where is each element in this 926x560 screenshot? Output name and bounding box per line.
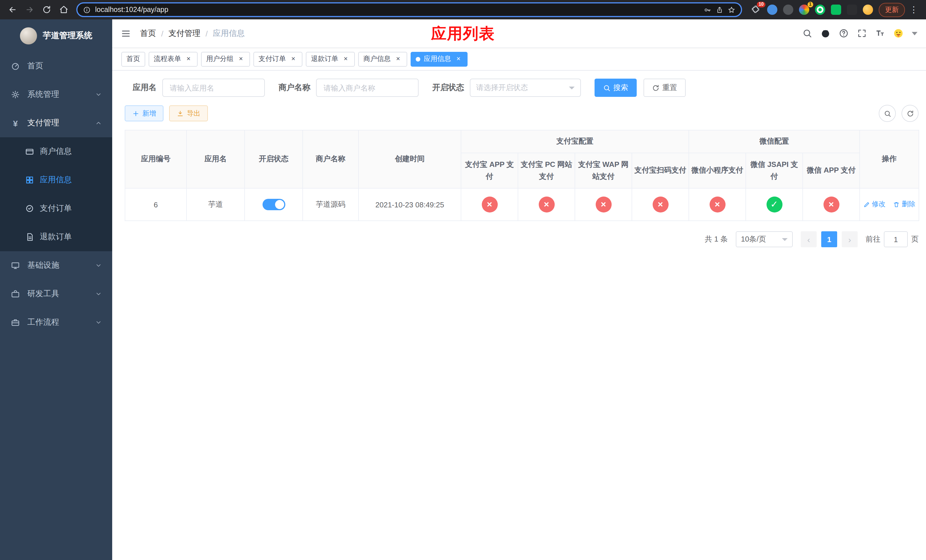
main-area: 首页 / 支付管理 / 应用信息 应用列表 [112, 20, 926, 560]
col-alipay-wap: 支付宝 WAP 网站支付 [575, 153, 632, 188]
refresh-table-button[interactable] [902, 105, 918, 122]
tab-refund-orders[interactable]: 退款订单 × [306, 51, 355, 67]
chrome-menu-icon[interactable]: ⋮ [906, 5, 921, 15]
sidebar-item-payment[interactable]: ¥ 支付管理 [0, 109, 112, 137]
browser-home-button[interactable] [56, 2, 72, 18]
chevron-down-icon [95, 291, 102, 297]
select-caret-icon [569, 86, 575, 89]
tab-merchant-info[interactable]: 商户信息 × [358, 51, 407, 67]
ext-green-circle-icon[interactable] [815, 5, 825, 15]
screen: localhost:1024/pay/app 10 1 [0, 0, 926, 560]
col-wx-app: 微信 APP 支付 [803, 153, 859, 188]
reset-button[interactable]: 重置 [643, 79, 686, 97]
avatar-caret-icon[interactable] [912, 32, 917, 35]
chrome-update-button[interactable]: 更新 [879, 3, 905, 17]
close-icon[interactable]: × [394, 55, 402, 63]
help-icon[interactable] [839, 29, 849, 38]
sidebar-item-merchant-info[interactable]: 商户信息 [0, 137, 112, 166]
close-icon[interactable]: × [454, 55, 462, 63]
tab-home[interactable]: 首页 [121, 51, 145, 67]
close-icon[interactable]: × [289, 55, 297, 63]
browser-toolbar: localhost:1024/pay/app 10 1 [0, 0, 926, 20]
github-icon[interactable] [821, 29, 830, 38]
ext-dark-sphere-icon[interactable] [783, 5, 793, 15]
app-title: 芋道管理系统 [43, 30, 92, 41]
sidebar-item-system[interactable]: 系统管理 [0, 80, 112, 109]
col-app-id: 应用编号 [125, 130, 186, 188]
sidebar-item-home[interactable]: 首页 [0, 52, 112, 80]
goto-page: 前往 页 [865, 231, 918, 247]
ext-pin-icon[interactable] [847, 5, 857, 15]
app-name-input[interactable] [162, 79, 265, 97]
wx-jsapi-status-icon: ✓ [766, 197, 782, 212]
tab-pay-orders[interactable]: 支付订单 × [253, 51, 303, 67]
address-bar[interactable]: localhost:1024/pay/app [76, 2, 742, 17]
cell-created: 2021-10-23 08:49:25 [359, 188, 461, 221]
delete-link[interactable]: 删除 [893, 200, 915, 209]
breadcrumb-home[interactable]: 首页 [140, 28, 156, 38]
site-info-icon[interactable] [83, 6, 91, 14]
merchant-name-input[interactable] [316, 79, 419, 97]
alipay-wap-status-icon: × [595, 197, 611, 212]
edit-link[interactable]: 修改 [863, 200, 885, 209]
top-navbar: 首页 / 支付管理 / 应用信息 应用列表 [112, 20, 926, 48]
ext-blue-icon[interactable] [767, 5, 777, 15]
url-text[interactable]: localhost:1024/pay/app [95, 6, 699, 14]
page-size-select[interactable]: 10条/页 [736, 231, 793, 247]
search-icon[interactable] [802, 29, 812, 38]
dashboard-icon [10, 62, 21, 71]
bookmark-star-icon[interactable] [728, 6, 735, 14]
wx-mini-status-icon: × [709, 197, 725, 212]
cell-merchant: 芋道源码 [303, 188, 359, 221]
tab-process-form[interactable]: 流程表单 × [149, 51, 198, 67]
tab-user-group[interactable]: 用户分组 × [201, 51, 250, 67]
avatar[interactable] [894, 29, 903, 38]
add-button[interactable]: 新增 [125, 105, 163, 121]
sidebar-item-workflow[interactable]: 工作流程 [0, 308, 112, 337]
chevron-up-icon [95, 120, 102, 127]
share-icon[interactable] [716, 6, 723, 14]
cell-actions: 修改 删除 [859, 188, 919, 221]
apps-table: 应用编号 应用名 开启状态 商户名称 创建时间 支付宝配置 微信配置 操作 支付… [125, 130, 919, 221]
app-name-label: 应用名 [133, 83, 157, 93]
status-select[interactable]: 请选择开启状态 [470, 79, 581, 97]
next-page-button[interactable]: › [842, 231, 858, 247]
close-icon[interactable]: × [342, 55, 350, 63]
browser-forward-button[interactable] [22, 2, 38, 18]
close-icon[interactable]: × [237, 55, 245, 63]
hamburger-icon[interactable] [121, 28, 131, 38]
alipay-app-status-icon: × [481, 197, 498, 212]
filter-form: 应用名 商户名称 开启状态 请选择开启状态 搜索 [125, 79, 918, 97]
font-size-icon[interactable] [875, 29, 885, 38]
sidebar-item-app-info[interactable]: 应用信息 [0, 166, 112, 194]
export-button[interactable]: 导出 [169, 105, 208, 121]
logo-image [20, 27, 37, 44]
prev-page-button[interactable]: ‹ [801, 231, 817, 247]
sidebar-item-dev-tools[interactable]: 研发工具 [0, 280, 112, 308]
password-key-icon[interactable] [704, 6, 711, 14]
select-caret-icon [782, 238, 788, 241]
ext-monkey-icon[interactable] [863, 5, 873, 15]
search-button[interactable]: 搜索 [595, 79, 637, 97]
ext-color-wheel-icon[interactable]: 1 [799, 5, 809, 15]
col-created: 创建时间 [359, 130, 461, 188]
col-actions: 操作 [859, 130, 919, 188]
extensions-puzzle-icon[interactable]: 10 [751, 5, 761, 15]
navbar-actions [802, 29, 917, 38]
browser-back-button[interactable] [5, 2, 21, 18]
pager: ‹ 1 › [801, 231, 858, 247]
browser-refresh-button[interactable] [39, 2, 54, 18]
page-1-button[interactable]: 1 [821, 231, 837, 247]
sidebar-item-pay-orders[interactable]: 支付订单 [0, 194, 112, 223]
sidebar-item-refund-orders[interactable]: 退款订单 [0, 223, 112, 251]
goto-page-input[interactable] [884, 231, 908, 247]
sidebar-item-infrastructure[interactable]: 基础设施 [0, 251, 112, 280]
status-toggle[interactable] [262, 199, 285, 210]
close-icon[interactable]: × [185, 55, 192, 63]
tab-app-info[interactable]: 应用信息 × [411, 51, 468, 67]
ext-green-square-icon[interactable] [831, 5, 841, 15]
show-search-button[interactable] [879, 105, 896, 122]
wx-app-status-icon: × [823, 197, 839, 212]
breadcrumb-payment[interactable]: 支付管理 [169, 28, 200, 38]
fullscreen-icon[interactable] [857, 29, 867, 38]
